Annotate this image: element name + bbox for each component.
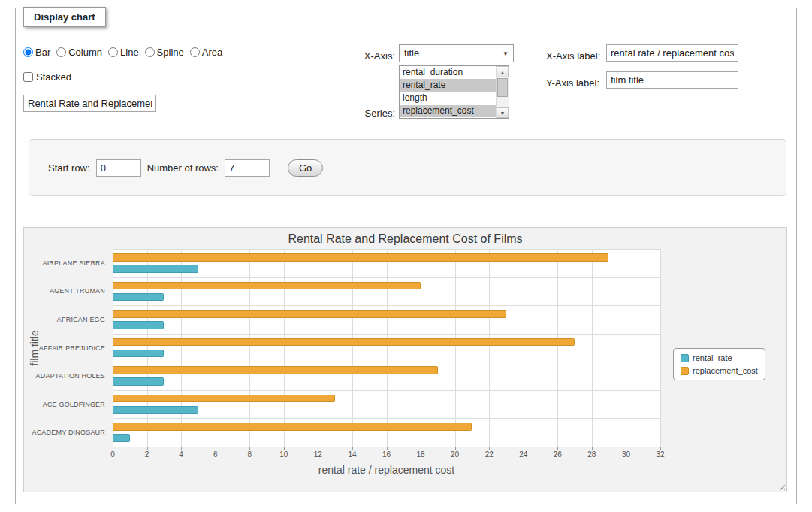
bar-rental_rate[interactable] xyxy=(113,293,164,301)
tick-mark xyxy=(626,447,626,450)
tick-mark xyxy=(249,447,250,450)
category-label: ACADEMY DINOSAUR xyxy=(32,429,105,436)
gridline xyxy=(249,249,250,447)
x-axis-label-input[interactable] xyxy=(606,44,738,62)
category-label: ACE GOLDFINGER xyxy=(43,401,105,408)
go-button[interactable]: Go xyxy=(288,159,323,177)
y-axis-label-field-label: Y-Axis label: xyxy=(546,77,599,89)
legend-item-replacement_cost[interactable]: replacement_cost xyxy=(681,366,758,375)
gridline xyxy=(181,249,182,447)
chart-type-option-area[interactable]: Area xyxy=(190,47,222,58)
tick-label: 14 xyxy=(348,450,356,459)
tick-label: 18 xyxy=(417,450,425,459)
bar-rental_rate[interactable] xyxy=(113,434,130,442)
plot-area xyxy=(113,249,660,447)
gridline xyxy=(318,249,318,447)
tick-label: 26 xyxy=(554,450,562,459)
tick-label: 32 xyxy=(656,450,664,459)
category-label: AIRPLANE SIERRA xyxy=(42,259,105,267)
x-axis-ticks: 02468101214161820222426283032 xyxy=(113,447,660,460)
bar-replacement_cost[interactable] xyxy=(113,366,438,374)
series-option-rental_rate[interactable]: rental_rate xyxy=(400,79,496,92)
chart-type-option-spline[interactable]: Spline xyxy=(145,47,184,58)
tick-label: 30 xyxy=(622,450,630,459)
chart-type-label: Column xyxy=(68,47,102,58)
gridline xyxy=(489,249,490,447)
tick-mark xyxy=(489,447,490,450)
chart-type-radio-column[interactable] xyxy=(56,47,66,57)
tick-mark xyxy=(660,447,661,450)
chart-title-input[interactable] xyxy=(23,95,156,112)
bar-replacement_cost[interactable] xyxy=(113,423,472,431)
tick-mark xyxy=(421,447,421,450)
bar-rental_rate[interactable] xyxy=(113,406,198,414)
chart-container: Rental Rate and Replacement Cost of Film… xyxy=(23,227,787,492)
start-row-input[interactable] xyxy=(96,159,141,177)
scroll-down-icon[interactable]: ▼ xyxy=(497,107,509,118)
bar-rental_rate[interactable] xyxy=(113,377,164,386)
tick-mark xyxy=(216,447,216,450)
chart-type-option-column[interactable]: Column xyxy=(56,47,102,58)
bar-replacement_cost[interactable] xyxy=(113,253,608,262)
bar-replacement_cost[interactable] xyxy=(113,338,575,347)
stacked-checkbox[interactable] xyxy=(23,72,33,82)
bar-replacement_cost[interactable] xyxy=(113,395,335,403)
scrollbar[interactable]: ▲ ▼ xyxy=(496,66,509,118)
chart-title: Rental Rate and Replacement Cost of Film… xyxy=(24,232,786,246)
gridline xyxy=(352,249,353,447)
chart-type-radio-bar[interactable] xyxy=(23,47,33,57)
scroll-up-icon[interactable]: ▲ xyxy=(497,66,509,77)
bar-rental_rate[interactable] xyxy=(113,350,164,358)
stacked-option[interactable]: Stacked xyxy=(23,71,71,83)
chart-type-radio-group: BarColumnLineSplineArea xyxy=(23,47,222,58)
chart-type-label: Spline xyxy=(157,47,184,58)
category-label: AGENT TRUMAN xyxy=(50,287,105,295)
tick-mark xyxy=(524,447,524,450)
bar-replacement_cost[interactable] xyxy=(113,310,506,318)
gridline xyxy=(216,249,216,447)
tick-mark xyxy=(387,447,388,450)
x-axis-label-field-label: X-Axis label: xyxy=(546,50,600,62)
bar-replacement_cost[interactable] xyxy=(113,282,421,290)
tick-label: 8 xyxy=(247,450,252,459)
rows-panel: Start row: Number of rows: Go xyxy=(29,139,786,196)
x-axis-title: rental rate / replacement cost xyxy=(113,464,660,476)
chart-type-radio-area[interactable] xyxy=(190,47,200,57)
legend-item-rental_rate[interactable]: rental_rate xyxy=(681,353,758,362)
y-axis-label-input[interactable] xyxy=(606,71,738,89)
category-label: AFRICAN EGG xyxy=(57,316,105,323)
bar-rental_rate[interactable] xyxy=(113,265,198,273)
tick-mark xyxy=(318,447,318,450)
chart-type-radio-spline[interactable] xyxy=(145,47,155,57)
gridline xyxy=(113,334,660,335)
x-axis-select[interactable]: title ▼ xyxy=(399,44,514,62)
gridline xyxy=(626,249,626,447)
gridline xyxy=(113,390,660,391)
scrollbar-thumb[interactable] xyxy=(497,78,508,97)
display-chart-legend: Display chart xyxy=(23,7,106,27)
series-multiselect[interactable]: rental_durationrental_ratelengthreplacem… xyxy=(399,65,509,119)
gridline xyxy=(113,305,660,306)
gridline xyxy=(284,249,285,447)
tick-label: 16 xyxy=(382,450,391,459)
gridline xyxy=(455,249,456,447)
chart-type-label: Area xyxy=(202,47,222,58)
series-option-replacement_cost[interactable]: replacement_cost xyxy=(400,105,496,117)
num-rows-label: Number of rows: xyxy=(147,162,219,174)
series-option-length[interactable]: length xyxy=(400,92,496,105)
num-rows-input[interactable] xyxy=(225,159,270,177)
tick-label: 22 xyxy=(485,450,494,459)
bar-rental_rate[interactable] xyxy=(113,321,164,329)
x-axis-selected-value: title xyxy=(404,47,419,59)
category-label: AFFAIR PREJUDICE xyxy=(39,344,105,352)
tick-mark xyxy=(455,447,456,450)
series-options-list: rental_durationrental_ratelengthreplacem… xyxy=(400,66,496,118)
gridline xyxy=(113,418,660,419)
chart-type-option-line[interactable]: Line xyxy=(108,47,139,58)
chart-legend: rental_ratereplacement_cost xyxy=(673,348,765,380)
resize-handle-icon[interactable] xyxy=(777,482,785,490)
tick-mark xyxy=(147,447,148,450)
series-option-rental_duration[interactable]: rental_duration xyxy=(400,66,496,79)
chart-type-option-bar[interactable]: Bar xyxy=(23,47,50,58)
chart-type-radio-line[interactable] xyxy=(108,47,118,57)
